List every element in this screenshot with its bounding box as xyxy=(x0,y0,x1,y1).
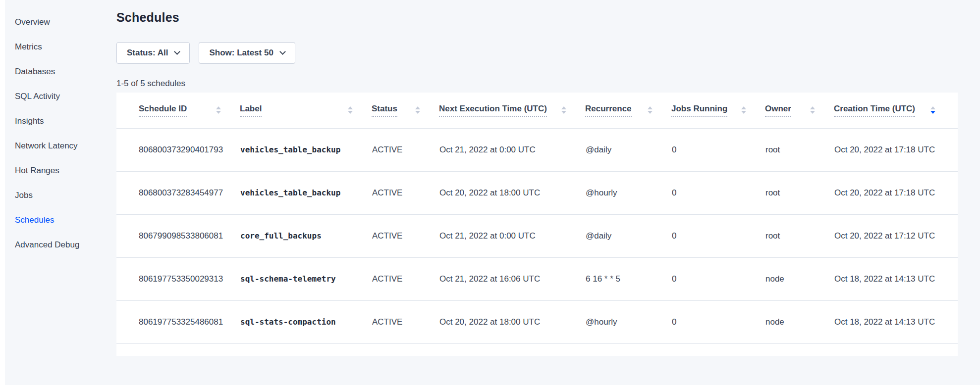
cell-jobs-running: 0 xyxy=(671,171,765,214)
sidebar-item-overview[interactable]: Overview xyxy=(5,10,116,35)
sort-icon[interactable] xyxy=(216,106,221,114)
column-header-owner[interactable]: Owner xyxy=(765,93,834,128)
schedules-table: Schedule ID Label Status Next Execution … xyxy=(116,93,958,344)
table-row: 806799098533806081 core_full_backups ACT… xyxy=(116,214,958,257)
cell-label: core_full_backups xyxy=(240,214,372,257)
column-label: Creation Time (UTC) xyxy=(834,104,915,117)
cell-creation-time: Oct 20, 2022 at 17:12 UTC xyxy=(834,214,958,257)
column-label: Recurrence xyxy=(585,104,632,117)
sidebar-nav: Overview Metrics Databases SQL Activity … xyxy=(5,10,116,257)
cell-jobs-running: 0 xyxy=(671,128,765,171)
column-label: Schedule ID xyxy=(139,104,187,117)
cell-next-execution-time: Oct 20, 2022 at 18:00 UTC xyxy=(439,300,585,343)
cell-status: ACTIVE xyxy=(372,171,439,214)
cell-schedule-id: 806799098533806081 xyxy=(116,214,240,257)
column-header-jobs-running[interactable]: Jobs Running xyxy=(671,93,765,128)
schedules-table-card: Schedule ID Label Status Next Execution … xyxy=(116,93,958,356)
left-edge-strip xyxy=(0,0,5,385)
sidebar-item-advanced-debug[interactable]: Advanced Debug xyxy=(5,233,116,257)
chevron-down-icon xyxy=(174,48,181,55)
sidebar-item-schedules[interactable]: Schedules xyxy=(5,208,116,233)
sidebar-item-hot-ranges[interactable]: Hot Ranges xyxy=(5,158,116,183)
cell-owner: root xyxy=(765,128,834,171)
cell-status: ACTIVE xyxy=(372,128,439,171)
column-header-label[interactable]: Label xyxy=(240,93,372,128)
cell-creation-time: Oct 20, 2022 at 17:18 UTC xyxy=(834,128,958,171)
column-label: Owner xyxy=(765,104,791,117)
column-header-schedule-id[interactable]: Schedule ID xyxy=(116,93,240,128)
sidebar-item-sql-activity[interactable]: SQL Activity xyxy=(5,84,116,109)
table-header-row: Schedule ID Label Status Next Execution … xyxy=(116,93,958,128)
sort-icon[interactable] xyxy=(741,106,746,114)
sort-icon-active-desc[interactable] xyxy=(930,106,935,114)
cell-creation-time: Oct 18, 2022 at 14:13 UTC xyxy=(834,257,958,300)
column-label: Next Execution Time (UTC) xyxy=(439,104,547,117)
cell-owner: root xyxy=(765,214,834,257)
show-filter-dropdown[interactable]: Show: Latest 50 xyxy=(199,42,295,64)
status-filter-label: Status: All xyxy=(127,48,168,58)
cell-recurrence: @hourly xyxy=(585,171,671,214)
sort-icon[interactable] xyxy=(648,106,653,114)
cell-jobs-running: 0 xyxy=(671,214,765,257)
cell-label: vehicles_table_backup xyxy=(240,128,372,171)
column-header-recurrence[interactable]: Recurrence xyxy=(585,93,671,128)
results-count: 1-5 of 5 schedules xyxy=(116,79,958,88)
cell-next-execution-time: Oct 20, 2022 at 18:00 UTC xyxy=(439,171,585,214)
cell-schedule-id: 806197753325486081 xyxy=(116,300,240,343)
sort-icon[interactable] xyxy=(810,106,815,114)
sidebar-item-jobs[interactable]: Jobs xyxy=(5,183,116,208)
status-filter-dropdown[interactable]: Status: All xyxy=(116,42,190,64)
show-filter-label: Show: Latest 50 xyxy=(209,48,273,58)
table-row: 806800373283454977 vehicles_table_backup… xyxy=(116,171,958,214)
sidebar-item-databases[interactable]: Databases xyxy=(5,59,116,84)
sidebar-item-metrics[interactable]: Metrics xyxy=(5,35,116,59)
column-header-next-execution-time[interactable]: Next Execution Time (UTC) xyxy=(439,93,585,128)
cell-jobs-running: 0 xyxy=(671,257,765,300)
cell-owner: node xyxy=(765,257,834,300)
main-content: Schedules Status: All Show: Latest 50 1-… xyxy=(116,0,980,385)
table-row: 806800373290401793 vehicles_table_backup… xyxy=(116,128,958,171)
chevron-down-icon xyxy=(279,48,286,55)
cell-owner: node xyxy=(765,300,834,343)
cell-status: ACTIVE xyxy=(372,214,439,257)
cell-next-execution-time: Oct 21, 2022 at 0:00 UTC xyxy=(439,214,585,257)
cell-next-execution-time: Oct 21, 2022 at 0:00 UTC xyxy=(439,128,585,171)
sort-icon[interactable] xyxy=(348,106,353,114)
cell-creation-time: Oct 20, 2022 at 17:18 UTC xyxy=(834,171,958,214)
cell-recurrence: @daily xyxy=(585,128,671,171)
cell-status: ACTIVE xyxy=(372,300,439,343)
column-label: Jobs Running xyxy=(671,104,727,117)
sidebar: Overview Metrics Databases SQL Activity … xyxy=(5,0,116,385)
column-label: Status xyxy=(372,104,397,117)
cell-creation-time: Oct 18, 2022 at 14:13 UTC xyxy=(834,300,958,343)
cell-label: vehicles_table_backup xyxy=(240,171,372,214)
column-label: Label xyxy=(240,104,262,117)
cell-jobs-running: 0 xyxy=(671,300,765,343)
column-header-status[interactable]: Status xyxy=(372,93,439,128)
cell-schedule-id: 806800373283454977 xyxy=(116,171,240,214)
cell-next-execution-time: Oct 21, 2022 at 16:06 UTC xyxy=(439,257,585,300)
sidebar-item-insights[interactable]: Insights xyxy=(5,109,116,134)
table-row: 806197753325486081 sql-stats-compaction … xyxy=(116,300,958,343)
sort-icon[interactable] xyxy=(561,106,566,114)
cell-owner: root xyxy=(765,171,834,214)
cell-status: ACTIVE xyxy=(372,257,439,300)
cell-recurrence: @daily xyxy=(585,214,671,257)
page-title: Schedules xyxy=(116,10,958,25)
cell-label: sql-stats-compaction xyxy=(240,300,372,343)
sidebar-item-network-latency[interactable]: Network Latency xyxy=(5,134,116,158)
cell-schedule-id: 806800373290401793 xyxy=(116,128,240,171)
table-row: 806197753350029313 sql-schema-telemetry … xyxy=(116,257,958,300)
filter-bar: Status: All Show: Latest 50 xyxy=(116,42,958,64)
cell-recurrence: @hourly xyxy=(585,300,671,343)
sort-icon[interactable] xyxy=(415,106,420,114)
cell-schedule-id: 806197753350029313 xyxy=(116,257,240,300)
cell-recurrence: 6 16 * * 5 xyxy=(585,257,671,300)
column-header-creation-time[interactable]: Creation Time (UTC) xyxy=(834,93,958,128)
cell-label: sql-schema-telemetry xyxy=(240,257,372,300)
